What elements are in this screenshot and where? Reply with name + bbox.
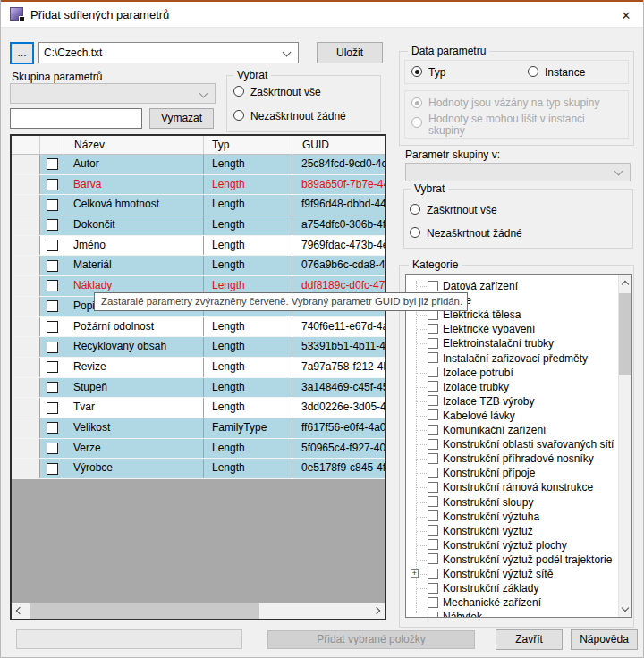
table-row[interactable]: Požární odolnostLength740f6e11-e67d-4ae7 xyxy=(12,317,385,338)
categories-scrollbar[interactable] xyxy=(618,275,631,617)
category-checkbox[interactable] xyxy=(428,612,438,618)
check-all-radio-right[interactable] xyxy=(410,204,420,215)
row-checkbox[interactable] xyxy=(47,280,58,291)
category-checkbox[interactable] xyxy=(428,496,438,507)
row-checkbox[interactable] xyxy=(47,361,58,373)
category-checkbox[interactable] xyxy=(428,338,438,349)
category-item[interactable]: Konstrukční oblasti svařovaných sítí xyxy=(406,437,619,451)
category-item[interactable]: Izolace trubky xyxy=(406,380,619,394)
table-row[interactable]: BarvaLengthb89a650f-7b7e-44ff-8 xyxy=(12,175,385,196)
table-row[interactable]: VelikostFamilyTypeff617f56-e0f4-4a07-a xyxy=(12,418,385,439)
row-checkbox[interactable] xyxy=(47,219,58,231)
row-checkbox-cell xyxy=(40,276,64,296)
scroll-up-icon[interactable] xyxy=(622,281,629,288)
row-checkbox[interactable] xyxy=(47,443,58,454)
category-checkbox[interactable] xyxy=(428,395,438,406)
category-item[interactable]: Konstrukční základy xyxy=(406,581,619,595)
category-item[interactable]: Konstrukční výztuha xyxy=(406,510,619,524)
table-row[interactable]: RevizeLength7a97a758-f212-4b3d xyxy=(12,358,385,378)
row-checkbox[interactable] xyxy=(47,179,58,190)
category-checkbox[interactable] xyxy=(428,569,438,579)
filter-input[interactable] xyxy=(10,108,142,129)
category-label: Konstrukční výztuž xyxy=(443,525,533,538)
row-checkbox[interactable] xyxy=(47,463,58,475)
help-button[interactable]: Nápověda xyxy=(571,629,638,650)
scroll-left-icon[interactable] xyxy=(16,607,23,614)
row-checkbox[interactable] xyxy=(47,240,58,251)
chevron-down-icon[interactable] xyxy=(283,48,292,57)
category-checkbox[interactable] xyxy=(428,281,438,291)
row-checkbox[interactable] xyxy=(47,382,58,393)
category-checkbox[interactable] xyxy=(428,583,438,594)
row-checkbox[interactable] xyxy=(47,199,58,211)
row-checkbox[interactable] xyxy=(47,321,58,333)
category-item[interactable]: Instalační zařizovací předměty xyxy=(406,351,619,366)
category-item[interactable]: Konstrukční přípoje xyxy=(406,466,619,480)
category-checkbox[interactable] xyxy=(428,352,438,363)
type-radio[interactable] xyxy=(411,66,422,77)
table-row[interactable]: StupeňLength3a148469-c45f-458a xyxy=(12,378,385,399)
uncheck-all-radio-right[interactable] xyxy=(410,227,420,238)
category-item[interactable]: Konstrukční rámová konstrukce xyxy=(406,480,619,494)
category-checkbox[interactable] xyxy=(428,425,438,435)
category-item[interactable]: Konstrukční výztuž xyxy=(406,524,619,538)
table-row[interactable]: Celková hmotnostLengthf9f96d48-dbbd-4424… xyxy=(12,195,385,215)
scroll-right-icon[interactable] xyxy=(373,607,380,614)
scrollbar-thumb[interactable] xyxy=(619,293,632,375)
category-checkbox[interactable] xyxy=(428,525,438,536)
category-item[interactable]: Izolace potrubí xyxy=(406,366,619,380)
file-path-combobox[interactable]: C:\Czech.txt xyxy=(38,42,299,63)
check-all-radio-left[interactable] xyxy=(233,86,244,97)
category-item[interactable]: Datová zařízení xyxy=(406,279,619,293)
table-row[interactable]: MateriálLength076a9b6c-cda8-44ea xyxy=(12,256,385,276)
category-item[interactable]: Kabelové lávky xyxy=(406,409,619,423)
close-dialog-button[interactable]: Zavřít xyxy=(496,629,563,650)
scrollbar-thumb[interactable] xyxy=(30,603,259,619)
clear-button[interactable]: Vymazat xyxy=(149,108,214,129)
category-checkbox[interactable] xyxy=(428,409,438,420)
category-checkbox[interactable] xyxy=(428,468,438,478)
close-button[interactable]: ✕ xyxy=(617,7,635,25)
category-checkbox[interactable] xyxy=(428,510,438,521)
category-checkbox[interactable] xyxy=(428,439,438,450)
category-checkbox[interactable] xyxy=(428,453,438,464)
save-button[interactable]: Uložit xyxy=(317,42,383,63)
row-checkbox[interactable] xyxy=(47,260,58,272)
category-item[interactable]: Nábytek xyxy=(406,610,619,618)
category-item[interactable]: +Konstrukční výztuž sítě xyxy=(406,567,619,581)
category-checkbox[interactable] xyxy=(428,367,438,377)
table-row[interactable]: JménoLength7969fdac-473b-4e59 xyxy=(12,236,385,257)
table-row[interactable]: Recyklovaný obsahLength53391b51-4b11-4e8… xyxy=(12,337,385,358)
uncheck-all-radio-left[interactable] xyxy=(233,110,244,121)
category-checkbox[interactable] xyxy=(428,381,438,392)
category-item[interactable]: Konstrukční sloupy xyxy=(406,495,619,510)
category-item[interactable]: Konstrukční výztuž plochy xyxy=(406,538,619,553)
table-row[interactable]: VýrobceLength0e5178f9-c845-4f3c- xyxy=(12,459,385,479)
category-checkbox[interactable] xyxy=(428,553,438,564)
instance-radio[interactable] xyxy=(528,66,538,77)
scroll-down-icon[interactable] xyxy=(622,604,629,612)
category-item[interactable]: Mechanické zařízení xyxy=(406,595,619,610)
category-item[interactable]: Izolace TZB výroby xyxy=(406,394,619,409)
category-item[interactable]: Elektrické vybavení xyxy=(406,322,619,336)
table-row[interactable]: VerzeLength5f0965c4-f927-407e- xyxy=(12,439,385,460)
table-row[interactable]: TvarLength3dd0226e-3d05-402a xyxy=(12,398,385,418)
category-checkbox[interactable] xyxy=(428,324,438,334)
row-checkbox[interactable] xyxy=(47,158,58,170)
category-checkbox[interactable] xyxy=(428,482,438,493)
row-checkbox[interactable] xyxy=(47,402,58,414)
table-row[interactable]: DokončitLengtha754dfc0-306b-4f5f-b xyxy=(12,215,385,236)
row-checkbox[interactable] xyxy=(47,300,58,312)
row-checkbox[interactable] xyxy=(47,422,58,434)
browse-button[interactable]: ... xyxy=(10,42,34,64)
category-item[interactable]: Elektroinstalační trubky xyxy=(406,336,619,350)
expand-icon[interactable]: + xyxy=(411,569,419,578)
category-item[interactable]: Komunikační zařízení xyxy=(406,423,619,437)
row-checkbox[interactable] xyxy=(47,342,58,353)
table-row[interactable]: AutorLength25c84fcd-9cd0-4cfa- xyxy=(12,155,385,175)
category-checkbox[interactable] xyxy=(428,539,438,550)
category-checkbox[interactable] xyxy=(428,597,438,608)
category-item[interactable]: Konstrukční příhradové nosníky xyxy=(406,451,619,466)
category-item[interactable]: Konstrukční výztuž podél trajektorie xyxy=(406,553,619,567)
table-horizontal-scrollbar[interactable] xyxy=(12,603,385,619)
